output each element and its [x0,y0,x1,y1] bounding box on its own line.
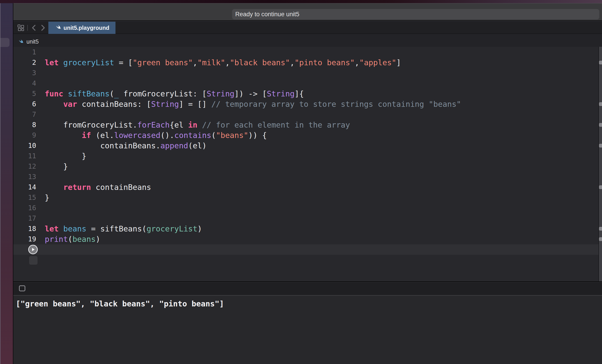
code-text: } [36,192,49,203]
swift-icon [54,24,61,32]
result-marker[interactable] [599,61,602,64]
line-number: 18 [13,224,36,234]
code-text: containBeans.append(el) [36,140,206,151]
line-number: 10 [13,140,36,151]
code-line[interactable]: 7 [13,109,599,120]
toolbar: Ready to continue unit5 [13,3,602,21]
code-line[interactable]: 6 var containBeans: [String] = [] // tem… [13,99,599,109]
desktop-left-strip [0,3,13,364]
code-line[interactable]: 14 return containBeans [13,182,599,192]
code-line[interactable]: 3 [13,68,599,78]
swift-icon [17,38,24,45]
desktop-menubar-strip [0,0,602,3]
code-text [36,78,45,89]
code-text [36,203,45,213]
line-number: 2 [13,57,36,68]
code-text [36,109,45,120]
code-text: let beans = siftBeans(groceryList) [36,224,202,234]
code-line[interactable]: 15} [13,192,599,203]
forward-button[interactable] [40,24,46,31]
tab-label: unit5.playground [64,25,109,31]
breadcrumb-item[interactable]: unit5 [26,38,39,45]
code-line[interactable]: 19print(beans) [13,234,599,244]
code-text: func siftBeans(_ fromGroceryList: [Strin… [36,89,304,99]
code-line[interactable]: 8 fromGroceryList.forEach{el in // for e… [13,120,599,130]
background-window-button [0,38,10,47]
line-number: 15 [13,192,36,203]
code-text [36,172,45,182]
code-text: fromGroceryList.forEach{el in // for eac… [36,120,350,130]
code-lines: 12let groceryList = ["green beans","milk… [13,47,599,244]
code-line[interactable]: 5func siftBeans(_ fromGroceryList: [Stri… [13,89,599,99]
console-toolbar [13,281,602,295]
line-number: 7 [13,109,36,120]
line-number: 9 [13,130,36,140]
line-number: 14 [13,182,36,192]
code-line[interactable]: 18let beans = siftBeans(groceryList) [13,224,599,234]
code-line[interactable]: 17 [13,213,599,224]
run-to-here-row [13,244,602,255]
status-text: Ready to continue unit5 [235,11,300,18]
code-text: let groceryList = ["green beans","milk",… [36,57,401,68]
code-text: return containBeans [36,182,151,192]
code-line[interactable]: 10 containBeans.append(el) [13,140,599,151]
code-text: var containBeans: [String] = [] // tempo… [36,99,461,109]
tab-bar: unit5.playground [13,22,602,34]
code-editor[interactable]: 12let groceryList = ["green beans","milk… [13,47,602,281]
result-marker[interactable] [599,144,602,147]
line-number: 17 [13,213,36,224]
code-text: } [36,161,68,172]
code-line[interactable]: 12 } [13,161,599,172]
code-text [36,68,45,78]
line-number: 19 [13,234,36,244]
console-output-panel[interactable]: ["green beans", "black beans", "pinto be… [13,295,602,364]
code-line[interactable]: 9 if (el.lowercased().contains("beans"))… [13,130,599,140]
toolbar-divider [27,25,28,31]
result-marker[interactable] [599,123,602,127]
activity-status-pill: Ready to continue unit5 [232,9,599,20]
back-button[interactable] [31,24,37,31]
playground-results-strip [599,47,602,281]
code-line[interactable]: 16 [13,203,599,213]
line-number: 11 [13,151,36,161]
line-number: 8 [13,120,36,130]
result-marker[interactable] [599,237,602,241]
line-number: 12 [13,161,36,172]
result-marker[interactable] [599,227,602,230]
tab-unit5-playground[interactable]: unit5.playground [48,22,116,34]
code-text: } [36,151,86,161]
code-line[interactable]: 11 } [13,151,599,161]
line-number: 3 [13,68,36,78]
xcode-window: Ready to continue unit5 [13,3,602,364]
tab-overview-icon[interactable] [17,24,24,31]
line-number: 16 [13,203,36,213]
code-line[interactable]: 13 [13,172,599,182]
line-number: 4 [13,78,36,89]
result-marker[interactable] [599,102,602,106]
run-button[interactable] [28,245,38,254]
line-number: 1 [13,47,36,57]
code-line[interactable]: 4 [13,78,599,89]
console-output-line: ["green beans", "black beans", "pinto be… [13,296,602,308]
code-text: if (el.lowercased().contains("beans")) { [36,130,267,140]
line-number: 13 [13,172,36,182]
code-text: print(beans) [36,234,100,244]
result-marker[interactable] [599,185,602,189]
code-text [36,213,45,224]
code-text [36,47,45,57]
code-line[interactable]: 2let groceryList = ["green beans","milk"… [13,57,599,68]
screen: Ready to continue unit5 [0,0,602,364]
code-line[interactable]: 1 [13,47,599,57]
line-number: 5 [13,89,36,99]
line-number: 6 [13,99,36,109]
console-scope-checkbox-icon[interactable] [19,285,25,291]
empty-cell-indicator [29,256,38,265]
